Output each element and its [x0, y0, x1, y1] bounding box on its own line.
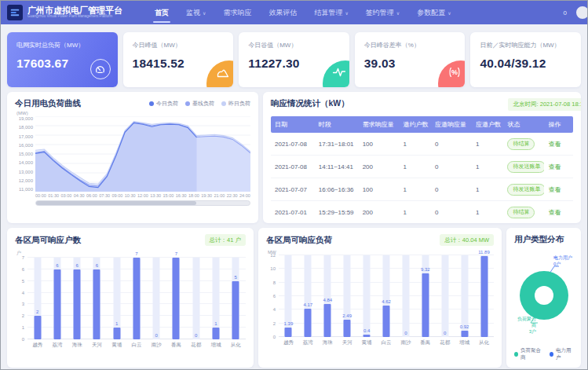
top-navbar: 广州市虚拟电厂管理平台 Guangzhou Virtual Power Plan…: [1, 1, 587, 24]
x-tick-label: 从化: [474, 339, 494, 346]
nav-item[interactable]: 需求响应: [214, 1, 260, 24]
table-cell: 17:31~18:01: [315, 141, 359, 148]
bar-background-band: [402, 255, 409, 337]
kpi-card: 今日谷值（MW）11227.30: [239, 32, 349, 87]
chevron-down-icon: ∨: [345, 10, 348, 16]
nav-item[interactable]: 首页: [146, 1, 177, 24]
x-tick-label: 番禺: [415, 339, 435, 346]
y-tick-label: 2: [22, 313, 24, 318]
y-tick-label: 17,000: [15, 134, 33, 139]
bar-column: 6: [47, 258, 67, 339]
table-cell-status: 待发送账单: [503, 184, 544, 196]
legend-item[interactable]: 昨日负荷: [221, 100, 250, 108]
bar-column: 9.32: [415, 255, 435, 337]
kpi-card: 电网实时总负荷（MW）17603.67: [7, 32, 118, 87]
table-cell: 200: [359, 163, 400, 170]
x-tick-label: 09:00: [112, 193, 123, 198]
percent-icon: %: [448, 66, 461, 82]
legend-item[interactable]: 基线负荷: [185, 100, 214, 108]
column-header: 日期: [271, 120, 315, 129]
bar-value-label: 0: [404, 331, 407, 335]
user-type-panel: 用户类型分布 电力用户0户 负荷聚合商3户 负荷聚合商电力用户: [506, 228, 581, 368]
view-link[interactable]: 查看: [548, 209, 561, 216]
district-users-chart: 户0123456726661707015越秀荔湾海珠天河黄埔白云南沙番禺花都增城…: [15, 250, 246, 349]
bar-column: 7: [126, 258, 146, 339]
bar-column: 5: [226, 258, 246, 339]
gauge-icon: [90, 59, 111, 79]
x-tick-label: 海珠: [68, 342, 87, 349]
legend-label: 今日负荷: [156, 100, 178, 108]
nav-item-label: 需求响应: [223, 8, 251, 18]
x-tick-label: 18:00: [188, 193, 199, 198]
bar-value-label: 6: [96, 263, 98, 268]
bar-value-label: 0.4: [363, 328, 370, 333]
bar: [324, 304, 331, 337]
nav-item[interactable]: 签约管理∨: [357, 1, 408, 24]
y-tick-label: 13,000: [15, 170, 33, 174]
load-curve-x-axis: 00:0001:3003:0004:3006:0007:3009:0010:30…: [35, 193, 250, 198]
bar-value-label: 6: [56, 263, 58, 268]
x-tick-label: 海珠: [318, 339, 338, 346]
bar-value-label: 5: [235, 275, 237, 280]
nav-item[interactable]: 参数配置∨: [408, 1, 459, 24]
bar-x-axis: 越秀荔湾海珠天河黄埔白云南沙番禺花都增城从化: [27, 342, 246, 349]
datazoom-slider[interactable]: [35, 200, 250, 206]
table-cell: 0: [431, 209, 472, 216]
bar-background-band: [153, 258, 160, 339]
bar-column: 1: [107, 258, 126, 339]
column-header: 需求响应量: [359, 120, 400, 129]
x-tick-label: 南沙: [147, 342, 166, 349]
nav-right: 0: [564, 6, 579, 19]
legend-item[interactable]: 电力用户: [550, 347, 573, 361]
district-load-title: 各区局可响应负荷: [266, 235, 332, 246]
bar: [382, 306, 389, 337]
legend-label: 昨日负荷: [228, 100, 250, 108]
user-type-legend: 负荷聚合商电力用户: [514, 347, 573, 361]
y-tick-label: 0: [273, 335, 276, 339]
bar: [74, 269, 81, 339]
legend-item[interactable]: 今日负荷: [149, 100, 178, 108]
bar: [232, 281, 239, 339]
bar-background-band: [363, 255, 371, 337]
table-cell-action: 查看: [544, 163, 573, 171]
table-cell: 1: [400, 141, 431, 148]
x-tick-label: 天河: [87, 342, 107, 349]
view-link[interactable]: 查看: [548, 163, 561, 170]
nav-item[interactable]: 结算管理∨: [305, 1, 356, 24]
nav-item[interactable]: 效果评估: [260, 1, 305, 24]
notification-count: 0: [564, 9, 567, 16]
nav-item[interactable]: 监视∨: [177, 1, 214, 24]
user-avatar[interactable]: [576, 6, 588, 19]
table-cell: 2021-07-01: [271, 209, 315, 216]
column-header: 操作: [544, 120, 573, 129]
svg-text:%: %: [451, 68, 458, 76]
app-window: 广州市虚拟电厂管理平台 Guangzhou Virtual Power Plan…: [0, 0, 588, 370]
bar-column: 2.49: [338, 255, 357, 337]
district-users-total-badge: 总计：41 户: [205, 234, 246, 246]
x-tick-label: 白云: [126, 342, 146, 349]
y-tick-label: 5: [22, 279, 24, 284]
y-tick-label: 16,000: [15, 143, 33, 148]
middle-row: 今日用电负荷曲线 今日负荷基线负荷昨日负荷 (MW) 19,00018,0001…: [7, 92, 581, 223]
legend-dot: [221, 101, 226, 106]
donut-label-value: 0户: [553, 261, 572, 267]
x-tick-label: 南沙: [396, 339, 415, 346]
donut-label-name: 负荷聚合商: [516, 316, 536, 328]
view-link[interactable]: 查看: [548, 186, 561, 193]
legend-item[interactable]: 负荷聚合商: [514, 347, 542, 361]
response-stats-panel: 响应情况统计（kW） 北京时间: 2021-07-08 18:10 日期时段需求…: [263, 92, 581, 223]
x-tick-label: 花都: [186, 342, 206, 349]
nav-item-label: 效果评估: [268, 8, 297, 18]
x-tick-label: 从化: [226, 342, 246, 349]
bar-value-label: 11.89: [478, 250, 490, 255]
kpi-value: 39.03: [364, 57, 456, 71]
y-tick-label: 2: [273, 321, 276, 326]
table-cell: 0: [431, 186, 472, 193]
x-tick-label: 06:00: [86, 193, 97, 198]
view-link[interactable]: 查看: [548, 141, 561, 148]
datazoom-handle[interactable]: [36, 201, 196, 205]
donut-hole: [535, 286, 553, 305]
bar-column: 0: [435, 255, 455, 337]
kpi-value: 40.04/39.12: [480, 57, 572, 71]
nav-item-label: 监视: [186, 8, 200, 18]
